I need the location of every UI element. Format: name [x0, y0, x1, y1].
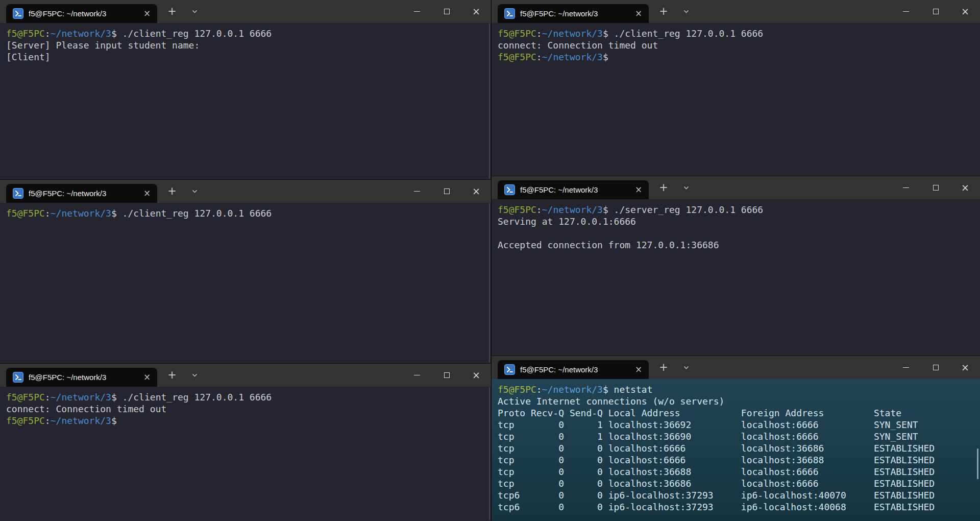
scrollbar-thumb[interactable]	[977, 448, 978, 479]
prompt-path: ~/network/3	[51, 28, 111, 39]
prompt-user: f5@F5PC	[6, 392, 45, 402]
minimize-button[interactable]	[402, 180, 432, 203]
tab-title: f5@F5PC: ~/network/3	[29, 9, 135, 18]
maximize-icon	[933, 9, 939, 14]
minimize-icon	[414, 375, 420, 375]
terminal-line: connect: Connection timed out	[498, 39, 974, 51]
prompt-separator: :	[45, 208, 51, 219]
terminal-line: tcp 0 0 localhost:6666 localhost:36688 E…	[498, 454, 974, 466]
tab-close-icon[interactable]: ×	[631, 363, 646, 376]
command-text: ./server_reg 127.0.0.1 6666	[614, 204, 764, 215]
minimize-icon	[903, 11, 909, 12]
terminal-screen[interactable]: f5@F5PC:~/network/3$ ./client_reg 127.0.…	[0, 203, 491, 364]
prompt-symbol: $	[603, 52, 608, 62]
maximize-button[interactable]	[921, 0, 950, 23]
minimize-icon	[414, 191, 420, 192]
prompt-separator: :	[536, 204, 542, 215]
prompt-path: ~/network/3	[51, 392, 111, 402]
tab-title: f5@F5PC: ~/network/3	[520, 365, 626, 374]
maximize-button[interactable]	[921, 176, 950, 199]
command-text: ./client_reg 127.0.0.1 6666	[122, 392, 272, 402]
terminal-screen[interactable]: f5@F5PC:~/network/3$ ./server_reg 127.0.…	[492, 199, 980, 356]
terminal-screen[interactable]: f5@F5PC:~/network/3$ netstatActive Inter…	[492, 379, 980, 521]
terminal-line: f5@F5PC:~/network/3$	[6, 415, 485, 427]
chevron-down-icon[interactable]	[187, 4, 202, 19]
prompt-symbol: $	[603, 384, 608, 395]
prompt-path: ~/network/3	[51, 208, 111, 219]
tab-bar: f5@F5PC: ~/network/3 × + ×	[0, 0, 491, 23]
prompt-user: f5@F5PC	[6, 208, 45, 219]
terminal-tab[interactable]: f5@F5PC: ~/network/3 ×	[6, 4, 157, 23]
terminal-tab[interactable]: f5@F5PC: ~/network/3 ×	[498, 180, 649, 199]
terminal-tab[interactable]: f5@F5PC: ~/network/3 ×	[6, 184, 157, 203]
tab-close-icon[interactable]: ×	[140, 7, 154, 20]
terminal-window-client-timeout-bottom: f5@F5PC: ~/network/3 × + × f5@F5PC:~/net…	[0, 364, 491, 521]
new-tab-button[interactable]: +	[164, 184, 180, 199]
maximize-icon	[933, 185, 939, 191]
prompt-separator: :	[45, 28, 51, 39]
chevron-down-icon[interactable]	[678, 4, 694, 19]
minimize-button[interactable]	[402, 364, 432, 387]
minimize-button[interactable]	[891, 176, 921, 199]
terminal-tab[interactable]: f5@F5PC: ~/network/3 ×	[498, 360, 649, 379]
terminal-line: [Server] Please input student name:	[6, 39, 485, 51]
close-button[interactable]: ×	[950, 176, 980, 199]
minimize-button[interactable]	[891, 0, 921, 23]
powershell-icon	[13, 8, 23, 19]
tab-bar: f5@F5PC: ~/network/3 × + ×	[0, 180, 491, 203]
window-controls: ×	[402, 364, 491, 387]
terminal-line: Proto Recv-Q Send-Q Local Address Foreig…	[498, 407, 974, 419]
close-button[interactable]: ×	[461, 0, 491, 23]
close-button[interactable]: ×	[461, 364, 491, 387]
new-tab-button[interactable]: +	[656, 180, 671, 196]
maximize-icon	[444, 188, 450, 194]
tab-close-icon[interactable]: ×	[631, 183, 646, 197]
tab-close-icon[interactable]: ×	[140, 187, 154, 200]
prompt-separator: :	[536, 52, 542, 62]
terminal-screen[interactable]: f5@F5PC:~/network/3$ ./client_reg 127.0.…	[492, 23, 980, 176]
close-button[interactable]: ×	[950, 356, 980, 379]
close-button[interactable]: ×	[461, 180, 491, 203]
command-text: netstat	[614, 384, 653, 395]
tab-close-icon[interactable]: ×	[140, 371, 154, 384]
chevron-down-icon[interactable]	[187, 184, 202, 199]
command-text: ./client_reg 127.0.0.1 6666	[122, 28, 272, 39]
terminal-tab[interactable]: f5@F5PC: ~/network/3 ×	[6, 368, 157, 387]
minimize-button[interactable]	[891, 356, 921, 379]
terminal-line: f5@F5PC:~/network/3$ ./client_reg 127.0.…	[6, 28, 485, 39]
terminal-line: tcp 0 1 localhost:36692 localhost:6666 S…	[498, 419, 974, 431]
maximize-icon	[933, 365, 939, 370]
new-tab-button[interactable]: +	[656, 4, 671, 19]
prompt-symbol: $	[111, 28, 117, 39]
tab-close-icon[interactable]: ×	[631, 7, 646, 20]
terminal-line	[498, 227, 974, 239]
tab-bar: f5@F5PC: ~/network/3 × + ×	[0, 364, 491, 387]
terminal-tab[interactable]: f5@F5PC: ~/network/3 ×	[498, 4, 649, 23]
chevron-down-icon[interactable]	[187, 368, 202, 383]
prompt-user: f5@F5PC	[6, 28, 45, 39]
new-tab-button[interactable]: +	[656, 360, 671, 375]
close-button[interactable]: ×	[950, 0, 980, 23]
window-controls: ×	[402, 0, 491, 23]
terminal-screen[interactable]: f5@F5PC:~/network/3$ ./client_reg 127.0.…	[0, 387, 491, 521]
tab-title: f5@F5PC: ~/network/3	[29, 189, 135, 198]
terminal-line: f5@F5PC:~/network/3$ ./server_reg 127.0.…	[498, 204, 974, 216]
new-tab-button[interactable]: +	[164, 4, 180, 19]
prompt-path: ~/network/3	[542, 384, 603, 395]
maximize-button[interactable]	[432, 364, 461, 387]
maximize-button[interactable]	[432, 0, 461, 23]
minimize-button[interactable]	[402, 0, 432, 23]
prompt-symbol: $	[603, 204, 608, 215]
prompt-symbol: $	[603, 28, 608, 39]
minimize-icon	[903, 367, 909, 368]
new-tab-button[interactable]: +	[164, 368, 180, 383]
powershell-icon	[504, 184, 515, 195]
chevron-down-icon[interactable]	[678, 180, 694, 196]
terminal-screen[interactable]: f5@F5PC:~/network/3$ ./client_reg 127.0.…	[0, 23, 491, 180]
maximize-button[interactable]	[921, 356, 950, 379]
chevron-down-icon[interactable]	[678, 360, 694, 375]
terminal-line: Active Internet connections (w/o servers…	[498, 395, 974, 407]
maximize-button[interactable]	[432, 180, 461, 203]
terminal-line: tcp 0 0 localhost:36688 localhost:6666 E…	[498, 466, 974, 478]
terminal-window-client-connecting: f5@F5PC: ~/network/3 × + × f5@F5PC:~/net…	[0, 180, 491, 364]
